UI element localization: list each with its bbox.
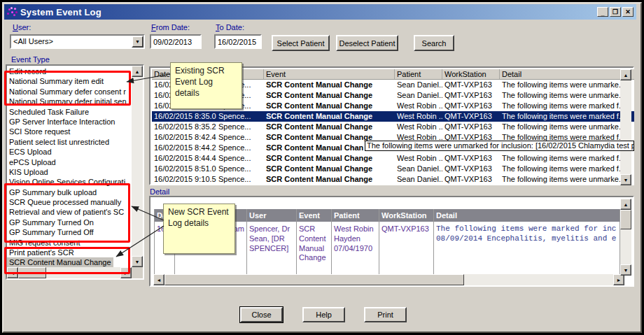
detail-cell-workstation: QMT-VXP163 (379, 223, 433, 276)
user-dropdown[interactable]: <All Users> ▼ (10, 34, 145, 49)
scroll-up-icon[interactable]: ▲ (620, 69, 631, 80)
column-header-workstation[interactable]: WorkStation (442, 69, 500, 79)
cell-detail: The following items were marked f... (500, 164, 634, 174)
cell-event: SCR Content Manual Change (264, 153, 395, 164)
event-type-item[interactable]: ECS Upload (7, 147, 132, 157)
maximize-button[interactable]: ❐ (610, 7, 621, 17)
cell-patient: West Robin ... (395, 153, 442, 164)
detail-horizontal-scrollbar[interactable]: ◄ ► (153, 274, 624, 285)
cell-detail: The following items were unmarke... (500, 80, 634, 90)
detail-vertical-scrollbar[interactable]: ▲ ▼ (620, 199, 631, 276)
cell-detail: The following items were marked f... (500, 101, 634, 111)
detail-header-detail: Detail (434, 209, 620, 223)
column-header-patient[interactable]: Patient (395, 69, 442, 79)
scrollbar-thumb[interactable] (620, 210, 631, 229)
cell-patient: Sean Daniel... (395, 80, 442, 90)
scrollbar-thumb[interactable] (164, 274, 464, 285)
event-type-item[interactable]: KIS Upload (7, 167, 132, 177)
maximize-icon: ❐ (612, 9, 618, 15)
cell-date: 16/02/2015 8:44.44am (152, 153, 216, 164)
cell-date: 16/02/2015 8:44.29am (152, 143, 216, 153)
scroll-up-icon[interactable]: ▲ (132, 66, 143, 77)
event-log-vertical-scrollbar[interactable]: ▲ ▼ (620, 69, 631, 185)
detail-tooltip: The following items were unmarked for in… (365, 141, 634, 151)
to-date-field[interactable] (214, 34, 262, 49)
cell-user: Spence... (216, 164, 264, 174)
from-date-label: From Date: (151, 23, 190, 31)
cell-detail: The following items were unmarke... (500, 122, 634, 132)
cell-user: Spence... (216, 174, 264, 185)
cell-event: SCR Content Manual Change (264, 174, 395, 185)
title-bar[interactable]: System Event Log _ ❐ ✕ (4, 4, 636, 20)
user-label: User: (13, 23, 31, 31)
annotation-box-gp-summary (4, 183, 130, 243)
cell-workstation: QMT-VXP163 (442, 111, 500, 122)
detail-header-user: User (247, 209, 296, 223)
cell-patient: Sean Daniel... (395, 90, 442, 101)
from-date-field[interactable] (150, 34, 202, 49)
close-button[interactable]: ✕ (622, 7, 634, 17)
scrollbar-track[interactable] (132, 77, 143, 256)
cell-workstation: QMT-VXP163 (442, 101, 500, 111)
scroll-up-icon[interactable]: ▲ (620, 199, 631, 210)
select-patient-button[interactable]: Select Patient (272, 35, 330, 51)
cell-patient: West Robin ... (395, 101, 442, 111)
cell-patient: Sean Daniel... (395, 174, 442, 185)
detail-header-workstation: WorkStation (379, 209, 433, 223)
cell-workstation: QMT-VXP163 (442, 153, 500, 164)
minimize-button[interactable]: _ (597, 7, 608, 17)
user-dropdown-value: <All Users> (11, 36, 132, 48)
close-icon: ✕ (625, 9, 631, 15)
system-event-log-dialog: System Event Log _ ❐ ✕ User: <All Users>… (2, 2, 642, 333)
annotation-box-national-summary (4, 71, 131, 106)
cell-user: Spence... (216, 153, 264, 164)
scroll-right-icon[interactable]: ► (613, 274, 624, 285)
cell-detail: The following items were marked f... (500, 153, 634, 164)
cell-workstation: QMT-VXP163 (442, 80, 500, 90)
print-button[interactable]: Print (364, 307, 407, 322)
detail-cell-patient: West Robin Hayden 07/04/1970 (332, 223, 379, 276)
to-date-label: To Date: (216, 23, 244, 31)
event-type-item[interactable]: SCI Store request (7, 127, 132, 136)
cell-workstation: QMT-VXP163 (442, 164, 500, 174)
cell-detail: The following items were unmarke... (500, 90, 634, 101)
cell-detail: The following items were unmarke... (500, 174, 634, 185)
cell-patient: West Robin ... (395, 111, 442, 122)
event-type-item[interactable]: GP Server Interface Interaction (7, 117, 132, 127)
table-row[interactable]: 16/02/2015 8:51.00am Spence... SCR Conte… (152, 164, 634, 174)
cell-event: SCR Content Manual Change (264, 101, 395, 111)
scroll-left-icon[interactable]: ◄ (153, 274, 164, 285)
event-type-item[interactable]: ePCS Upload (7, 157, 132, 167)
cell-workstation: QMT-VXP163 (442, 122, 500, 132)
table-row[interactable]: 16/02/2015 8:35.07am Spence... SCR Conte… (152, 111, 634, 122)
event-type-item[interactable]: Patient select list unrestricted (7, 137, 132, 147)
table-row[interactable]: 16/02/2015 9:10.50am Spence... SCR Conte… (152, 174, 634, 185)
event-type-vertical-scrollbar[interactable]: ▲ ▼ (132, 66, 143, 267)
cell-patient: West Robin ... (395, 122, 442, 132)
cell-event: SCR Content Manual Change (264, 164, 395, 174)
cell-date: 16/02/2015 8:35.07am (152, 111, 216, 122)
close-dialog-button[interactable]: Close (240, 307, 283, 322)
cell-date: 16/02/2015 8:51.00am (152, 164, 216, 174)
user-dropdown-button[interactable]: ▼ (132, 36, 144, 48)
cell-workstation: QMT-VXP163 (442, 174, 500, 185)
event-type-item[interactable]: Scheduled Task Failure (7, 107, 132, 117)
table-row[interactable]: 16/02/2015 8:44.44am Spence... SCR Conte… (152, 153, 634, 164)
cell-detail: The following items were marked f... (500, 111, 634, 122)
cell-user: Spence... (216, 111, 264, 122)
cell-event: SCR Content Manual Change (264, 80, 395, 90)
detail-cell-detail-line2: 08/09/2014 Encephalitis, myelitis and e (436, 234, 617, 244)
deselect-patient-button[interactable]: Deselect Patient (336, 35, 398, 51)
scroll-down-icon[interactable]: ▼ (132, 256, 143, 267)
event-type-label: Event Type (11, 55, 50, 64)
cell-date: 16/02/2015 9:10.50am (152, 174, 216, 185)
detail-header-patient: Patient (332, 209, 379, 223)
column-header-detail[interactable]: Detail (500, 69, 634, 79)
table-row[interactable]: 16/02/2015 8:35.22am Spence... SCR Conte… (152, 122, 634, 132)
scroll-down-icon[interactable]: ▼ (620, 174, 631, 185)
scroll-down-icon[interactable]: ▼ (620, 264, 631, 276)
cell-user: Spence... (216, 143, 264, 153)
help-button[interactable]: Help (302, 307, 345, 322)
column-header-event[interactable]: Event (264, 69, 395, 79)
search-button[interactable]: Search (414, 35, 454, 51)
